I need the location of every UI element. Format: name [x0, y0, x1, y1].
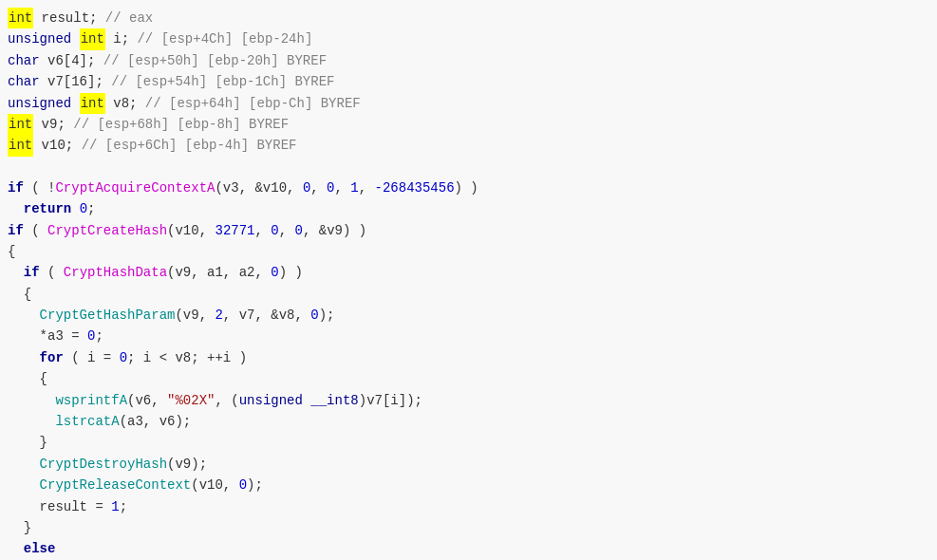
code-line-25: } [0, 517, 937, 538]
code-line-26: else [0, 538, 937, 559]
code-line-18: { [0, 368, 937, 389]
keyword-int-2: int [80, 28, 105, 49]
code-line-19: wsprintfA(v6, "%02X", (unsigned __int8)v… [0, 390, 937, 411]
code-line-2: unsigned int i; // [esp+4Ch] [ebp-24h] [0, 28, 937, 49]
keyword-int-1: int [8, 8, 33, 28]
keyword-int-3: int [80, 93, 105, 114]
code-line-13: if ( CryptHashData(v9, a1, a2, 0) ) [0, 262, 937, 283]
code-line-17: for ( i = 0; i < v8; ++i ) [0, 347, 937, 368]
code-line-5: unsigned int v8; // [esp+64h] [ebp-Ch] B… [0, 93, 937, 114]
code-line-4: char v7[16]; // [esp+54h] [ebp-1Ch] BYRE… [0, 71, 937, 92]
code-line-20: lstrcatA(a3, v6); [0, 411, 937, 432]
code-line-3: char v6[4]; // [esp+50h] [ebp-20h] BYREF [0, 50, 937, 71]
code-line-16: *a3 = 0; [0, 326, 937, 346]
code-line-11: if ( CryptCreateHash(v10, 32771, 0, 0, &… [0, 220, 937, 241]
code-line-24: result = 1; [0, 496, 937, 517]
code-line-14: { [0, 284, 937, 305]
code-line-1: int result; // eax [0, 8, 937, 28]
code-line-7: int v10; // [esp+6Ch] [ebp-4h] BYREF [0, 135, 937, 156]
code-line-23: CryptReleaseContext(v10, 0); [0, 475, 937, 495]
keyword-int-5: int [8, 135, 33, 156]
code-line-22: CryptDestroyHash(v9); [0, 454, 937, 475]
code-line-6: int v9; // [esp+68h] [ebp-8h] BYREF [0, 114, 937, 135]
keyword-int-4: int [8, 114, 33, 135]
code-line-10: return 0; [0, 198, 937, 219]
blank-line-1 [0, 157, 937, 177]
code-line-15: CryptGetHashParam(v9, 2, v7, &v8, 0); [0, 305, 937, 326]
code-line-9: if ( !CryptAcquireContextA(v3, &v10, 0, … [0, 177, 937, 198]
code-container: int result; // eax unsigned int i; // [e… [0, 0, 937, 560]
code-line-21: } [0, 432, 937, 453]
code-line-12: { [0, 241, 937, 262]
